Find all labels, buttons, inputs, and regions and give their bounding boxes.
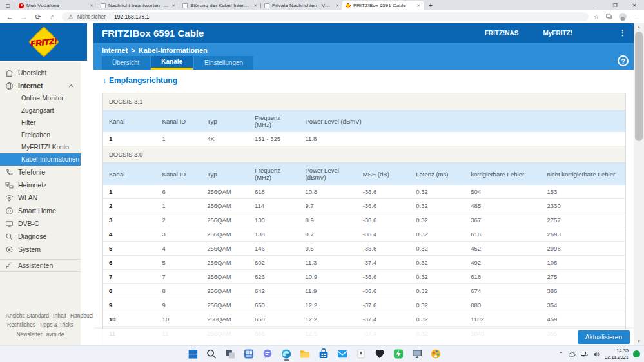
footer-link-handbuch[interactable]: Handbuch bbox=[70, 312, 95, 319]
footer-link-tipps[interactable]: Tipps & Tricks bbox=[39, 321, 73, 328]
sidebar-item-telefonie[interactable]: Telefonie bbox=[0, 166, 81, 178]
myfritz-link[interactable]: MyFRITZ! bbox=[543, 30, 572, 37]
close-button[interactable]: ✕ bbox=[625, 0, 644, 10]
scroll-down-arrow[interactable]: ▼ bbox=[634, 338, 644, 345]
menu-dots-icon[interactable]: ⋮ bbox=[619, 28, 627, 37]
sidebar-item-smart-home[interactable]: Smart Home bbox=[0, 204, 81, 217]
table-cell: 504 bbox=[465, 185, 541, 199]
breadcrumb-kabel-informationen[interactable]: Kabel-Informationen bbox=[139, 46, 208, 54]
sidebar-item-kabel-informationen[interactable]: Kabel-Informationen bbox=[0, 153, 81, 166]
table-cell: 256QAM bbox=[201, 213, 249, 227]
tab-close-icon[interactable]: ✕ bbox=[416, 3, 420, 8]
page-title: FRITZ!Box 6591 Cable bbox=[102, 28, 460, 39]
notes-app-icon[interactable] bbox=[354, 347, 368, 361]
browser-menu-icon[interactable]: ⋯ bbox=[633, 14, 639, 20]
sidebar-item-heimnetz[interactable]: Heimnetz bbox=[0, 178, 81, 191]
tab-close-icon[interactable]: ✕ bbox=[253, 3, 257, 8]
table-cell: 0.32 bbox=[410, 298, 465, 312]
maximize-button[interactable]: ❐ bbox=[605, 0, 625, 10]
browser-tabstrip: ▢ MeinVodafone ✕ Nachricht beantworten -… bbox=[0, 0, 644, 10]
microsoft-store-icon[interactable] bbox=[317, 347, 331, 361]
sidebar-item-assistenten[interactable]: Assistenten bbox=[0, 259, 81, 272]
display-app-icon[interactable] bbox=[410, 347, 424, 361]
widgets-icon[interactable] bbox=[242, 347, 256, 361]
sidebar-item-system[interactable]: System bbox=[0, 243, 81, 256]
green-bolt-app-icon[interactable] bbox=[391, 347, 405, 361]
docsis31-header-row: KanalKanal IDTypFrequenz (MHz)Power Leve… bbox=[103, 110, 625, 132]
table-row: 21256QAM1149.7-36.60.324852330 bbox=[103, 199, 625, 213]
section-title: Empfangsrichtung bbox=[109, 76, 177, 85]
breadcrumb-internet[interactable]: Internet bbox=[102, 46, 128, 54]
refresh-button[interactable]: Aktualisieren bbox=[578, 330, 630, 344]
new-tab-button[interactable]: + bbox=[426, 1, 435, 10]
collections-icon[interactable] bbox=[605, 13, 612, 21]
sidebar-item-online-monitor[interactable]: Online-Monitor bbox=[0, 92, 81, 104]
scrollbar-thumb[interactable] bbox=[635, 32, 643, 141]
file-explorer-icon[interactable] bbox=[298, 347, 312, 361]
favorites-star-icon[interactable]: ☆ bbox=[594, 14, 599, 20]
page-favicon bbox=[182, 3, 188, 8]
speaker-icon[interactable] bbox=[592, 350, 600, 358]
notification-badge[interactable] bbox=[633, 350, 640, 357]
tab-close-icon[interactable]: ✕ bbox=[335, 3, 339, 8]
scroll-up-arrow[interactable]: ▲ bbox=[634, 23, 644, 31]
back-icon[interactable]: ← bbox=[5, 13, 14, 21]
table-cell: 1 bbox=[103, 132, 157, 146]
footer-link-inhalt[interactable]: Inhalt bbox=[53, 312, 66, 319]
browser-tab-fritzbox-active[interactable]: FRITZ!Box 6591 Cable ✕ bbox=[342, 1, 424, 10]
footer-link-avm[interactable]: avm.de bbox=[46, 331, 64, 338]
tab-close-icon[interactable]: ✕ bbox=[90, 3, 93, 8]
chat-icon[interactable] bbox=[260, 347, 275, 361]
table-cell: 8 bbox=[103, 284, 157, 298]
task-view-icon[interactable] bbox=[223, 347, 237, 361]
sidebar-item-diagnose[interactable]: Diagnose bbox=[0, 230, 81, 243]
tray-chevron-icon[interactable]: ⌃ bbox=[558, 351, 563, 357]
forward-icon[interactable]: → bbox=[19, 13, 28, 21]
sidebar-item-dvb-c[interactable]: DVB-C bbox=[0, 217, 81, 230]
fritznas-link[interactable]: FRITZ!NAS bbox=[485, 30, 519, 37]
edge-running-indicator bbox=[284, 359, 289, 361]
taskbar-clock[interactable]: 14:35 02.11.2021 bbox=[605, 348, 629, 360]
home-icon[interactable]: ⌂ bbox=[48, 13, 57, 21]
sidebar-item-zugangsart[interactable]: Zugangsart bbox=[0, 104, 81, 117]
minimize-button[interactable]: – bbox=[586, 0, 605, 10]
network-tray-icon[interactable] bbox=[580, 350, 588, 358]
tab-einstellungen[interactable]: Einstellungen bbox=[194, 56, 253, 70]
reload-icon[interactable]: ⟳ bbox=[34, 13, 43, 21]
tab-kanaele[interactable]: Kanäle bbox=[151, 56, 193, 70]
start-button[interactable] bbox=[186, 347, 200, 361]
sidebar-item-uebersicht[interactable]: Übersicht bbox=[0, 66, 81, 79]
sidebar-item-myfritz-konto[interactable]: MyFRITZ!-Konto bbox=[0, 141, 81, 153]
heart-app-icon[interactable] bbox=[373, 347, 387, 361]
browser-tab-private-nachrichten[interactable]: Private Nachrichten - Vodafone ( ✕ bbox=[261, 1, 342, 10]
search-icon[interactable] bbox=[204, 347, 219, 361]
sidebar-item-wlan[interactable]: WLAN bbox=[0, 191, 81, 204]
table-cell: 6 bbox=[103, 256, 157, 270]
mail-icon[interactable] bbox=[335, 347, 349, 361]
sidebar-item-freigaben[interactable]: Freigaben bbox=[0, 129, 81, 141]
sidebar-item-filter[interactable]: Filter bbox=[0, 117, 81, 129]
browser-tab-nachricht[interactable]: Nachricht beantworten - Vodafo ✕ bbox=[97, 1, 179, 10]
sidebar-nav: Übersicht Internet Online-Monitor Zugang… bbox=[0, 62, 81, 345]
sidebar-item-internet[interactable]: Internet bbox=[0, 79, 81, 92]
onedrive-cloud-icon[interactable] bbox=[568, 350, 576, 358]
footer-link-ansicht[interactable]: Ansicht: Standard bbox=[6, 312, 49, 319]
table-cell: 11.3 bbox=[300, 256, 357, 270]
browser-tab-meinvodafone[interactable]: MeinVodafone ✕ bbox=[15, 1, 97, 10]
help-icon[interactable]: ? bbox=[618, 55, 629, 66]
tab-close-icon[interactable]: ✕ bbox=[171, 3, 175, 8]
tab-actions-icon[interactable]: ▢ bbox=[3, 1, 14, 10]
edge-browser-icon[interactable] bbox=[279, 347, 293, 361]
paint-app-icon[interactable] bbox=[429, 347, 443, 361]
browser-tab-stoerung[interactable]: Störung der Kabel-Internet-Dien ✕ bbox=[179, 1, 260, 10]
table-cell: 8 bbox=[157, 284, 202, 298]
address-input[interactable]: ⚠ Nicht sicher 192.168.178.1 bbox=[62, 12, 589, 21]
footer-link-newsletter[interactable]: Newsletter bbox=[16, 331, 42, 338]
footer-link-rechtliches[interactable]: Rechtliches bbox=[7, 321, 35, 328]
table-cell: 11.8 bbox=[300, 132, 625, 146]
column-header: Frequenz (MHz) bbox=[249, 110, 300, 132]
clock-date: 02.11.2021 bbox=[605, 354, 629, 360]
wifi-icon bbox=[5, 194, 14, 202]
profile-avatar[interactable] bbox=[619, 13, 627, 21]
tab-uebersicht[interactable]: Übersicht bbox=[102, 56, 150, 70]
